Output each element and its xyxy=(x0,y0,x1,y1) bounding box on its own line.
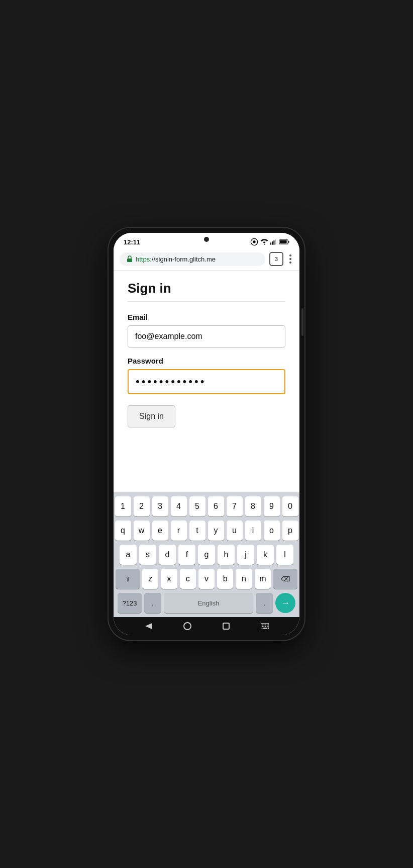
password-label: Password xyxy=(128,357,285,365)
svg-rect-2 xyxy=(270,242,271,244)
password-dots: •••••••••••• xyxy=(136,375,206,388)
shift-key[interactable]: ⇧ xyxy=(116,569,140,589)
symbols-key[interactable]: ?123 xyxy=(118,593,142,613)
svg-point-1 xyxy=(253,240,255,243)
key-6[interactable]: 6 xyxy=(208,496,224,516)
volume-button xyxy=(301,308,303,336)
key-7[interactable]: 7 xyxy=(227,496,243,516)
svg-rect-17 xyxy=(267,625,268,626)
nav-recents-icon[interactable] xyxy=(223,623,230,630)
kb-row-asdf: a s d f g h j k l xyxy=(116,545,297,565)
svg-rect-5 xyxy=(275,239,276,245)
svg-rect-7 xyxy=(280,240,287,243)
key-m[interactable]: m xyxy=(255,569,271,589)
key-v[interactable]: v xyxy=(198,569,215,589)
key-y[interactable]: y xyxy=(208,520,224,541)
key-h[interactable]: h xyxy=(218,545,235,565)
page-content: Sign in Email Password •••••••••••• Sign… xyxy=(114,271,299,492)
key-0[interactable]: 0 xyxy=(282,496,298,516)
key-f[interactable]: f xyxy=(178,545,195,565)
key-d[interactable]: d xyxy=(159,545,176,565)
more-menu-button[interactable] xyxy=(287,252,293,266)
svg-point-11 xyxy=(184,623,191,630)
key-k[interactable]: k xyxy=(257,545,274,565)
svg-rect-21 xyxy=(267,626,268,627)
phone-screen: 12:11 https://signin-fo xyxy=(114,233,299,635)
key-2[interactable]: 2 xyxy=(134,496,150,516)
key-x[interactable]: x xyxy=(161,569,177,589)
url-separator: :// xyxy=(150,255,155,263)
key-3[interactable]: 3 xyxy=(152,496,168,516)
nav-keyboard-icon[interactable] xyxy=(261,623,269,629)
svg-rect-18 xyxy=(262,626,263,627)
svg-rect-8 xyxy=(288,241,289,243)
page-title: Sign in xyxy=(128,281,285,296)
key-4[interactable]: 4 xyxy=(171,496,187,516)
svg-rect-16 xyxy=(265,625,266,626)
key-1[interactable]: 1 xyxy=(115,496,131,516)
lock-icon xyxy=(127,255,133,263)
key-z[interactable]: z xyxy=(142,569,158,589)
key-e[interactable]: e xyxy=(152,520,168,541)
kb-row-qwerty: q w e r t y u i o p xyxy=(116,520,297,541)
title-divider xyxy=(128,301,285,302)
svg-rect-4 xyxy=(273,240,274,244)
wifi-icon xyxy=(260,239,268,245)
key-a[interactable]: a xyxy=(120,545,137,565)
period-key[interactable]: . xyxy=(256,593,273,613)
key-s[interactable]: s xyxy=(139,545,156,565)
svg-rect-12 xyxy=(223,623,229,629)
signin-button[interactable]: Sign in xyxy=(128,405,175,427)
key-q[interactable]: q xyxy=(115,520,131,541)
key-o[interactable]: o xyxy=(264,520,280,541)
kb-row-zxcv: ⇧ z x c v b n m ⌫ xyxy=(116,569,297,589)
key-j[interactable]: j xyxy=(237,545,254,565)
key-t[interactable]: t xyxy=(189,520,205,541)
status-icons xyxy=(250,238,289,246)
nav-back-icon[interactable] xyxy=(144,622,152,630)
key-r[interactable]: r xyxy=(171,520,187,541)
svg-rect-15 xyxy=(264,625,265,626)
key-9[interactable]: 9 xyxy=(264,496,280,516)
notification-icon xyxy=(250,238,258,246)
key-8[interactable]: 8 xyxy=(245,496,261,516)
svg-marker-10 xyxy=(145,623,152,629)
key-b[interactable]: b xyxy=(217,569,233,589)
url-domain: signin-form.glitch.me xyxy=(155,255,216,263)
key-i[interactable]: i xyxy=(245,520,261,541)
svg-rect-14 xyxy=(262,625,263,626)
kb-bottom-row: ?123 , English . → xyxy=(116,593,297,613)
go-button[interactable]: → xyxy=(275,593,295,613)
svg-rect-22 xyxy=(263,628,267,629)
key-c[interactable]: c xyxy=(180,569,196,589)
key-p[interactable]: p xyxy=(282,520,298,541)
key-g[interactable]: g xyxy=(198,545,215,565)
status-time: 12:11 xyxy=(124,238,140,246)
comma-key[interactable]: , xyxy=(144,593,161,613)
svg-rect-3 xyxy=(272,241,273,244)
key-u[interactable]: u xyxy=(227,520,243,541)
keyboard: 1 2 3 4 5 6 7 8 9 0 q w e r t y u i xyxy=(114,492,299,617)
battery-icon xyxy=(279,239,289,245)
email-label: Email xyxy=(128,313,285,321)
key-n[interactable]: n xyxy=(236,569,252,589)
svg-rect-20 xyxy=(265,626,266,627)
nav-bar xyxy=(114,617,299,635)
browser-chrome: https://signin-form.glitch.me 3 xyxy=(114,249,299,271)
key-l[interactable]: l xyxy=(276,545,293,565)
password-input[interactable]: •••••••••••• xyxy=(128,369,285,394)
camera xyxy=(204,237,209,242)
phone-frame: 12:11 https://signin-fo xyxy=(109,228,304,640)
url-https: https xyxy=(136,255,150,263)
svg-rect-9 xyxy=(127,258,132,262)
nav-home-icon[interactable] xyxy=(183,622,191,630)
backspace-key[interactable]: ⌫ xyxy=(273,569,297,589)
url-bar[interactable]: https://signin-form.glitch.me xyxy=(120,252,265,266)
key-w[interactable]: w xyxy=(134,520,150,541)
svg-rect-19 xyxy=(264,626,265,627)
key-5[interactable]: 5 xyxy=(189,496,205,516)
email-input[interactable] xyxy=(128,325,285,348)
signal-icon xyxy=(270,239,277,245)
space-key[interactable]: English xyxy=(164,593,253,613)
tab-count[interactable]: 3 xyxy=(269,252,283,266)
